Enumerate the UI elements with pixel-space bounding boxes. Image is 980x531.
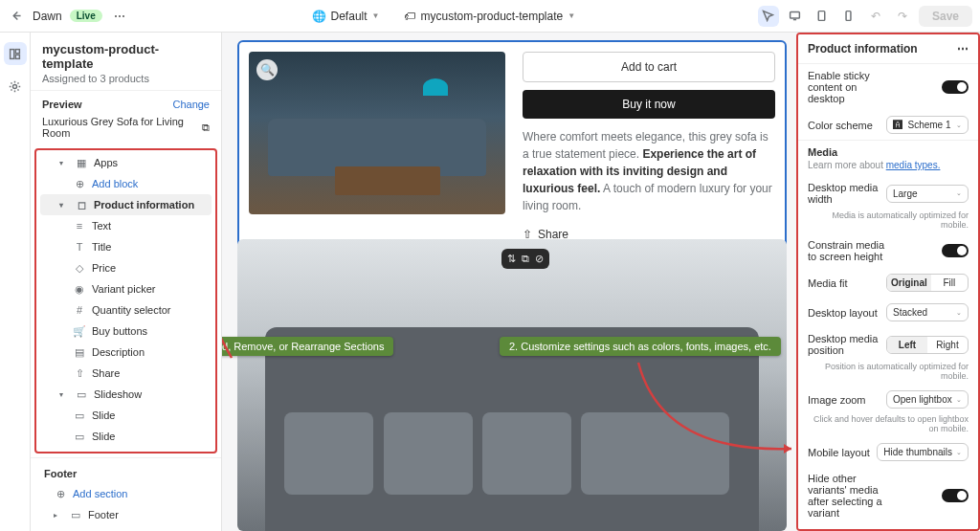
slideshow-preview[interactable]: ⇅ ⧉ ⊘ [237, 239, 787, 531]
panel-title: Product information [808, 42, 918, 55]
more-button[interactable]: ⋯ [110, 8, 129, 25]
undo-button[interactable]: ↶ [865, 6, 886, 27]
external-icon[interactable]: ⧉ [202, 122, 210, 134]
product-info-preview[interactable]: 🔍 Add to cart Buy it now Where comfort m… [237, 40, 787, 253]
variant-block[interactable]: ◉Variant picker [40, 278, 212, 299]
constrain-toggle[interactable] [942, 244, 969, 257]
quantity-block[interactable]: #Quantity selector [40, 299, 212, 321]
redo-button[interactable]: ↷ [892, 6, 913, 27]
fit-segmented[interactable]: OriginalFill [886, 274, 969, 292]
variant-icon: ◉ [73, 282, 86, 296]
chevron-down-icon: ▾ [59, 390, 69, 399]
annotation-2: 2. Customize settings such as colors, fo… [500, 337, 781, 356]
title-icon: T [73, 240, 86, 254]
media-types-link[interactable]: media types. [886, 160, 941, 170]
media-section-label: Media [798, 140, 978, 160]
layout-label: Desktop layout [808, 307, 878, 319]
preview-product: Luxurious Grey Sofa for Living Room⧉ [31, 116, 221, 146]
slide-item[interactable]: ▭Slide [40, 405, 212, 426]
mobile-layout-select[interactable]: Hide thumbnails⌄ [877, 443, 969, 461]
theme-name: Dawn [33, 10, 62, 23]
product-info-section[interactable]: ▾◻Product information [40, 194, 212, 215]
footer-group-label: Footer [34, 464, 217, 483]
save-button: Save [919, 6, 972, 27]
price-block[interactable]: ◇Price [40, 257, 212, 278]
zoom-select[interactable]: Open lightbox⌄ [886, 390, 969, 409]
desktop-width-label: Desktop media width [808, 182, 886, 205]
add-block-button[interactable]: ⊕Add block [40, 173, 212, 194]
zoom-label: Image zoom [808, 394, 866, 406]
preview-toolbar: ⇅ ⧉ ⊘ [501, 249, 549, 269]
text-icon: ≡ [73, 219, 86, 232]
product-description: Where comfort meets elegance, this grey … [523, 128, 775, 214]
constrain-label: Constrain media to screen height [808, 239, 894, 262]
palette-icon: 🅰 [893, 120, 902, 130]
add-section-footer[interactable]: ⊕Add section [34, 483, 217, 504]
layout-select[interactable]: Stacked⌄ [886, 303, 969, 321]
position-note: Position is automatically optimized for … [798, 362, 978, 385]
duplicate-icon[interactable]: ⧉ [522, 253, 529, 265]
tablet-button[interactable] [812, 6, 833, 27]
svg-rect-1 [819, 11, 826, 21]
media-note: Learn more about media types. [798, 160, 978, 176]
share-icon: ⇧ [73, 366, 86, 380]
hide-variants-label: Hide other variants' media after selecti… [808, 473, 894, 519]
settings-rail-button[interactable] [4, 75, 27, 98]
hide-icon[interactable]: ⊘ [535, 253, 544, 265]
share-block[interactable]: ⇧Share [40, 363, 212, 384]
back-button[interactable] [8, 8, 25, 25]
footer-icon: ▭ [69, 508, 82, 521]
slide-item[interactable]: ▭Slide [40, 426, 212, 447]
scheme-select[interactable]: 🅰Scheme 1⌄ [886, 116, 969, 134]
add-to-cart-button[interactable]: Add to cart [523, 52, 775, 82]
text-block[interactable]: ≡Text [40, 215, 212, 236]
image-icon: ▭ [73, 451, 86, 454]
svg-rect-5 [15, 55, 19, 58]
mobile-layout-label: Mobile layout [808, 447, 870, 458]
footer-section[interactable]: ▸▭Footer [34, 504, 217, 525]
reorder-icon[interactable]: ⇅ [507, 253, 516, 265]
zoom-icon[interactable]: 🔍 [256, 59, 278, 80]
canvas: 🔍 Add to cart Buy it now Where comfort m… [222, 33, 796, 531]
plus-icon: ⊕ [73, 177, 86, 190]
slide-item[interactable]: ▭Slide [40, 447, 212, 454]
title-block[interactable]: TTitle [40, 236, 212, 257]
buy-now-button[interactable]: Buy it now [523, 90, 775, 119]
desktop-width-select[interactable]: Large⌄ [886, 185, 969, 203]
chevron-down-icon: ▾ [59, 159, 69, 167]
scheme-label: Color scheme [808, 120, 873, 131]
mobile-button[interactable] [838, 6, 859, 27]
device-selector[interactable]: 🌐Default▼ [304, 7, 388, 26]
desktop-button[interactable] [785, 6, 806, 27]
tag-icon: 🏷 [404, 10, 415, 23]
zoom-note: Click and hover defaults to open lightbo… [798, 414, 978, 437]
annotation-1: 1. Add, Remove, or Rearrange Sections [222, 337, 393, 356]
price-icon: ◇ [73, 261, 86, 275]
doc-icon: ▤ [73, 345, 86, 359]
hide-variants-toggle[interactable] [942, 489, 969, 502]
slideshow-section[interactable]: ▾▭Slideshow [40, 384, 212, 405]
svg-point-6 [12, 84, 16, 88]
position-segmented[interactable]: LeftRight [886, 336, 969, 354]
template-title: mycustom-product-template [42, 42, 210, 71]
globe-icon: 🌐 [312, 10, 326, 23]
cart-icon: 🛒 [73, 324, 86, 338]
sections-rail-button[interactable] [4, 42, 27, 65]
svg-rect-3 [11, 49, 14, 58]
sticky-toggle[interactable] [942, 80, 969, 94]
inspector-button[interactable] [758, 6, 779, 27]
sidebar: mycustom-product-template Assigned to 3 … [31, 33, 222, 531]
settings-panel: Product information⋯ Enable sticky conte… [796, 33, 980, 531]
template-selector[interactable]: 🏷mycustom-product-template▼ [396, 7, 583, 26]
svg-rect-0 [791, 11, 800, 18]
svg-rect-4 [15, 49, 19, 53]
panel-more-button[interactable]: ⋯ [957, 42, 969, 55]
buy-buttons-block[interactable]: 🛒Buy buttons [40, 321, 212, 342]
grid-icon: ▦ [75, 156, 88, 169]
change-preview-link[interactable]: Change [172, 99, 210, 110]
section-tree: ▾▦Apps ⊕Add block ▾◻Product information … [34, 148, 217, 454]
description-block[interactable]: ▤Description [40, 342, 212, 363]
apps-group[interactable]: ▾▦Apps [40, 152, 212, 173]
plus-icon: ⊕ [54, 487, 67, 500]
template-assigned: Assigned to 3 products [42, 73, 210, 84]
